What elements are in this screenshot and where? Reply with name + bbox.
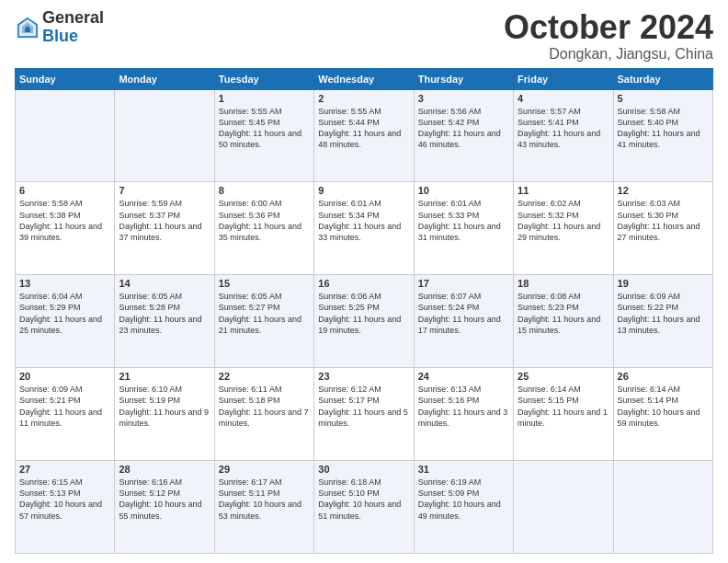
col-thursday: Thursday [414, 68, 513, 89]
cell-info: Sunrise: 6:03 AMSunset: 5:30 PMDaylight:… [618, 198, 709, 243]
cell-info: Sunrise: 6:17 AMSunset: 5:11 PMDaylight:… [219, 477, 310, 522]
calendar-table: Sunday Monday Tuesday Wednesday Thursday… [15, 68, 713, 554]
page: General Blue October 2024 Dongkan, Jiang… [0, 0, 728, 563]
calendar-cell [613, 461, 712, 554]
col-sunday: Sunday [16, 68, 115, 89]
cell-info: Sunrise: 6:08 AMSunset: 5:23 PMDaylight:… [518, 291, 609, 336]
calendar-cell: 7Sunrise: 5:59 AMSunset: 5:37 PMDaylight… [115, 182, 214, 275]
calendar-cell: 29Sunrise: 6:17 AMSunset: 5:11 PMDayligh… [214, 461, 313, 554]
week-row-1: 1Sunrise: 5:55 AMSunset: 5:45 PMDaylight… [16, 89, 713, 182]
calendar-cell: 26Sunrise: 6:14 AMSunset: 5:14 PMDayligh… [613, 368, 712, 461]
cell-info: Sunrise: 5:55 AMSunset: 5:44 PMDaylight:… [318, 106, 409, 151]
week-row-4: 20Sunrise: 6:09 AMSunset: 5:21 PMDayligh… [16, 368, 713, 461]
calendar-cell: 12Sunrise: 6:03 AMSunset: 5:30 PMDayligh… [613, 182, 712, 275]
calendar-cell: 16Sunrise: 6:06 AMSunset: 5:25 PMDayligh… [314, 275, 414, 368]
cell-info: Sunrise: 5:58 AMSunset: 5:40 PMDaylight:… [618, 106, 709, 151]
calendar-cell: 18Sunrise: 6:08 AMSunset: 5:23 PMDayligh… [514, 275, 613, 368]
day-number: 9 [318, 185, 409, 196]
week-row-2: 6Sunrise: 5:58 AMSunset: 5:38 PMDaylight… [16, 182, 713, 275]
cell-info: Sunrise: 5:58 AMSunset: 5:38 PMDaylight:… [19, 198, 110, 243]
day-number: 13 [19, 278, 110, 289]
day-number: 6 [19, 185, 110, 196]
day-number: 16 [318, 278, 409, 289]
day-number: 8 [219, 185, 310, 196]
calendar-cell: 21Sunrise: 6:10 AMSunset: 5:19 PMDayligh… [115, 368, 214, 461]
cell-info: Sunrise: 6:19 AMSunset: 5:09 PMDaylight:… [418, 477, 509, 522]
cell-info: Sunrise: 6:10 AMSunset: 5:19 PMDaylight:… [119, 384, 210, 429]
day-number: 24 [418, 371, 509, 382]
cell-info: Sunrise: 6:05 AMSunset: 5:28 PMDaylight:… [119, 291, 210, 336]
col-wednesday: Wednesday [314, 68, 414, 89]
cell-info: Sunrise: 6:09 AMSunset: 5:22 PMDaylight:… [618, 291, 709, 336]
calendar-cell: 22Sunrise: 6:11 AMSunset: 5:18 PMDayligh… [214, 368, 313, 461]
calendar-cell: 5Sunrise: 5:58 AMSunset: 5:40 PMDaylight… [613, 89, 712, 182]
day-number: 28 [119, 464, 210, 475]
logo-icon [15, 15, 40, 40]
day-number: 31 [418, 464, 509, 475]
calendar-cell: 10Sunrise: 6:01 AMSunset: 5:33 PMDayligh… [414, 182, 513, 275]
calendar-cell: 11Sunrise: 6:02 AMSunset: 5:32 PMDayligh… [514, 182, 613, 275]
cell-info: Sunrise: 6:00 AMSunset: 5:36 PMDaylight:… [219, 198, 310, 243]
calendar-cell: 15Sunrise: 6:05 AMSunset: 5:27 PMDayligh… [214, 275, 313, 368]
day-number: 29 [219, 464, 310, 475]
day-number: 21 [119, 371, 210, 382]
calendar-cell: 27Sunrise: 6:15 AMSunset: 5:13 PMDayligh… [16, 461, 115, 554]
calendar-cell: 3Sunrise: 5:56 AMSunset: 5:42 PMDaylight… [414, 89, 513, 182]
calendar-cell: 23Sunrise: 6:12 AMSunset: 5:17 PMDayligh… [314, 368, 414, 461]
cell-info: Sunrise: 5:59 AMSunset: 5:37 PMDaylight:… [119, 198, 210, 243]
day-number: 5 [618, 93, 709, 104]
day-number: 15 [219, 278, 310, 289]
day-number: 19 [618, 278, 709, 289]
cell-info: Sunrise: 5:55 AMSunset: 5:45 PMDaylight:… [219, 106, 310, 151]
calendar-cell: 30Sunrise: 6:18 AMSunset: 5:10 PMDayligh… [314, 461, 414, 554]
day-number: 27 [19, 464, 110, 475]
week-row-3: 13Sunrise: 6:04 AMSunset: 5:29 PMDayligh… [16, 275, 713, 368]
calendar-cell: 25Sunrise: 6:14 AMSunset: 5:15 PMDayligh… [514, 368, 613, 461]
calendar-cell: 14Sunrise: 6:05 AMSunset: 5:28 PMDayligh… [115, 275, 214, 368]
day-number: 22 [219, 371, 310, 382]
calendar-cell [115, 89, 214, 182]
calendar-cell: 20Sunrise: 6:09 AMSunset: 5:21 PMDayligh… [16, 368, 115, 461]
logo-blue-text: Blue [42, 28, 104, 46]
logo-text: General Blue [42, 9, 104, 46]
calendar-cell: 2Sunrise: 5:55 AMSunset: 5:44 PMDaylight… [314, 89, 414, 182]
cell-info: Sunrise: 6:18 AMSunset: 5:10 PMDaylight:… [318, 477, 409, 522]
month-title: October 2024 [504, 9, 713, 46]
cell-info: Sunrise: 6:15 AMSunset: 5:13 PMDaylight:… [19, 477, 110, 522]
day-number: 3 [418, 93, 509, 104]
calendar-cell: 8Sunrise: 6:00 AMSunset: 5:36 PMDaylight… [214, 182, 313, 275]
calendar-cell: 6Sunrise: 5:58 AMSunset: 5:38 PMDaylight… [16, 182, 115, 275]
day-number: 30 [318, 464, 409, 475]
calendar-cell: 31Sunrise: 6:19 AMSunset: 5:09 PMDayligh… [414, 461, 513, 554]
day-number: 10 [418, 185, 509, 196]
header: General Blue October 2024 Dongkan, Jiang… [15, 9, 713, 63]
day-number: 18 [518, 278, 609, 289]
day-number: 1 [219, 93, 310, 104]
col-friday: Friday [514, 68, 613, 89]
cell-info: Sunrise: 6:01 AMSunset: 5:33 PMDaylight:… [418, 198, 509, 243]
calendar-cell: 13Sunrise: 6:04 AMSunset: 5:29 PMDayligh… [16, 275, 115, 368]
day-number: 2 [318, 93, 409, 104]
cell-info: Sunrise: 5:57 AMSunset: 5:41 PMDaylight:… [518, 106, 609, 151]
col-saturday: Saturday [613, 68, 712, 89]
calendar-cell: 4Sunrise: 5:57 AMSunset: 5:41 PMDaylight… [514, 89, 613, 182]
day-number: 14 [119, 278, 210, 289]
cell-info: Sunrise: 6:13 AMSunset: 5:16 PMDaylight:… [418, 384, 509, 429]
calendar-cell: 19Sunrise: 6:09 AMSunset: 5:22 PMDayligh… [613, 275, 712, 368]
cell-info: Sunrise: 6:01 AMSunset: 5:34 PMDaylight:… [318, 198, 409, 243]
cell-info: Sunrise: 6:14 AMSunset: 5:14 PMDaylight:… [618, 384, 709, 429]
cell-info: Sunrise: 6:02 AMSunset: 5:32 PMDaylight:… [518, 198, 609, 243]
header-row: Sunday Monday Tuesday Wednesday Thursday… [16, 68, 713, 89]
logo: General Blue [15, 9, 104, 46]
cell-info: Sunrise: 6:16 AMSunset: 5:12 PMDaylight:… [119, 477, 210, 522]
calendar-cell: 1Sunrise: 5:55 AMSunset: 5:45 PMDaylight… [214, 89, 313, 182]
cell-info: Sunrise: 6:12 AMSunset: 5:17 PMDaylight:… [318, 384, 409, 429]
cell-info: Sunrise: 6:04 AMSunset: 5:29 PMDaylight:… [19, 291, 110, 336]
day-number: 23 [318, 371, 409, 382]
cell-info: Sunrise: 5:56 AMSunset: 5:42 PMDaylight:… [418, 106, 509, 151]
day-number: 7 [119, 185, 210, 196]
calendar-cell [16, 89, 115, 182]
calendar-cell: 24Sunrise: 6:13 AMSunset: 5:16 PMDayligh… [414, 368, 513, 461]
cell-info: Sunrise: 6:06 AMSunset: 5:25 PMDaylight:… [318, 291, 409, 336]
cell-info: Sunrise: 6:07 AMSunset: 5:24 PMDaylight:… [418, 291, 509, 336]
